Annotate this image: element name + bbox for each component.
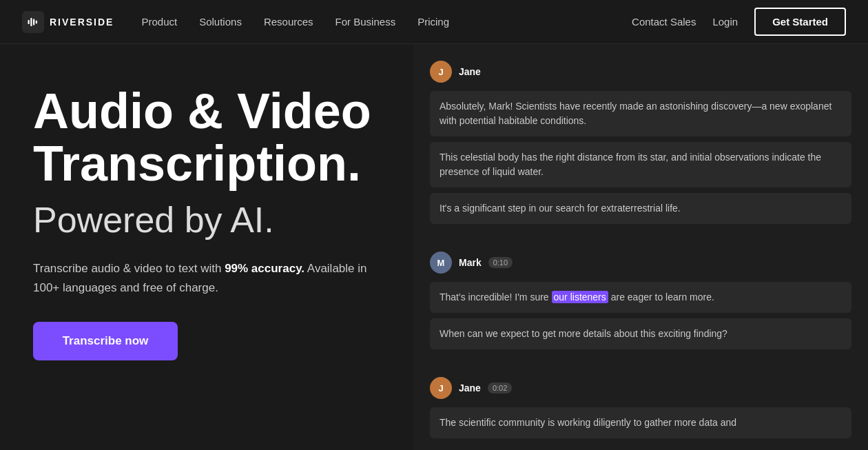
svg-rect-1 (30, 18, 32, 26)
svg-rect-0 (28, 20, 30, 24)
nav-item-product[interactable]: Product (141, 16, 177, 28)
svg-rect-2 (33, 19, 34, 25)
logo-text: RIVERSIDE (50, 17, 114, 28)
speaker-header-jane-2: J Jane 0:02 (430, 377, 851, 399)
logo-icon (22, 11, 44, 33)
transcript-line-5: When can we expect to get more details a… (430, 318, 851, 349)
speaker-block-jane-1: J Jane Absolutely, Mark! Scientists have… (413, 50, 868, 241)
transcript-line-6: The scientific community is working dili… (430, 407, 851, 438)
login-link[interactable]: Login (712, 16, 738, 28)
nav-item-pricing[interactable]: Pricing (417, 16, 449, 28)
hero-description: Transcribe audio & video to text with 99… (33, 259, 380, 296)
nav-item-for-business[interactable]: For Business (335, 16, 396, 28)
speaker-block-jane-2: J Jane 0:02 The scientific community is … (413, 366, 868, 450)
logo[interactable]: RIVERSIDE (22, 11, 114, 33)
get-started-button[interactable]: Get Started (754, 8, 846, 36)
transcript-panel: J Jane Absolutely, Mark! Scientists have… (413, 44, 868, 450)
svg-rect-3 (36, 20, 37, 23)
hero-title: Audio & Video Transcription. (33, 85, 380, 190)
hero-subtitle: Powered by AI. (33, 201, 380, 240)
speaker-time-jane-2: 0:02 (488, 382, 512, 393)
nav-right: Contact Sales Login Get Started (632, 8, 846, 36)
speaker-name-jane-1: Jane (459, 66, 481, 77)
speaker-time-mark: 0:10 (488, 257, 513, 268)
speaker-name-jane-2: Jane (459, 382, 481, 393)
main-content: Audio & Video Transcription. Powered by … (0, 44, 868, 450)
nav-item-solutions[interactable]: Solutions (199, 16, 242, 28)
avatar-mark: M (430, 252, 452, 274)
speaker-header-mark: M Mark 0:10 (430, 252, 851, 274)
transcript-line-3: It's a significant step in our search fo… (430, 193, 851, 224)
avatar-jane-1: J (430, 61, 452, 83)
speaker-name-mark: Mark (459, 257, 482, 268)
transcript-content: J Jane Absolutely, Mark! Scientists have… (413, 44, 868, 450)
transcribe-now-button[interactable]: Transcribe now (33, 322, 178, 360)
nav-links: Product Solutions Resources For Business… (141, 16, 632, 28)
highlighted-text: our listeners (552, 291, 608, 303)
hero-section: Audio & Video Transcription. Powered by … (0, 44, 413, 450)
contact-sales-link[interactable]: Contact Sales (632, 16, 696, 28)
avatar-jane-2: J (430, 377, 452, 399)
nav-item-resources[interactable]: Resources (264, 16, 313, 28)
transcript-line-4: That's incredible! I'm sure our listener… (430, 282, 851, 313)
transcript-line-2: This celestial body has the right distan… (430, 142, 851, 187)
speaker-header-jane-1: J Jane (430, 61, 851, 83)
transcript-line-1: Absolutely, Mark! Scientists have recent… (430, 91, 851, 136)
speaker-block-mark: M Mark 0:10 That's incredible! I'm sure … (413, 241, 868, 366)
